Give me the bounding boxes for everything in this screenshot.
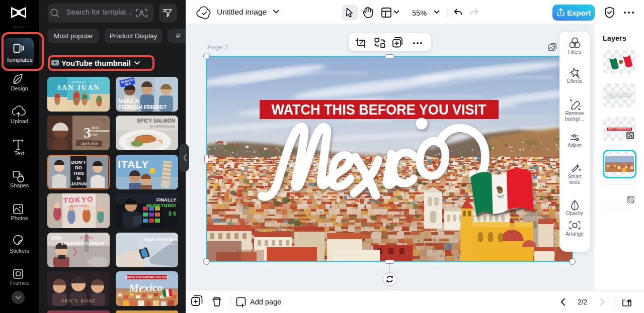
svg-text:DON'T: DON'T [71, 159, 86, 165]
svg-text:ITALY: ITALY [118, 158, 149, 170]
svg-text:WATCH THIS BEFORE YOU VISIT: WATCH THIS BEFORE YOU VISIT [125, 276, 169, 279]
svg-text:SPEAKING KOREAN: SPEAKING KOREAN [61, 241, 104, 246]
svg-text:(in seoul): (in seoul) [80, 236, 94, 240]
svg-text:MAKE A: MAKE A [118, 98, 139, 104]
svg-text:SPICY ROSE: SPICY ROSE [61, 298, 96, 303]
svg-text:(& ASPARAGUS): (& ASPARAGUS) [150, 125, 175, 129]
svg-text:Apple Watch Band: Apple Watch Band [144, 237, 178, 242]
svg-text:SPICY SALMON: SPICY SALMON [137, 118, 175, 124]
svg-text:55%: 55% [412, 9, 427, 17]
svg-text:FOR: FOR [92, 133, 98, 136]
svg-text:trip with friends: trip with friends [70, 204, 87, 207]
svg-text:FINALLY: FINALLY [156, 197, 177, 202]
svg-text:DO: DO [75, 165, 82, 170]
svg-text:24hr: 24hr [51, 235, 62, 241]
svg-text:$ $: $ $ [169, 211, 176, 217]
svg-text:Export: Export [567, 9, 591, 17]
svg-text:in: in [76, 176, 80, 181]
svg-text:MONETIZED!: MONETIZED! [146, 202, 176, 208]
svg-text:BEST: BEST [92, 126, 100, 129]
svg-text:3: 3 [84, 124, 91, 141]
svg-text:FOREIGN FRIEND?: FOREIGN FRIEND? [118, 104, 167, 110]
svg-text:TOKYO: TOKYO [63, 194, 94, 204]
svg-text:Mexico: Mexico [128, 281, 163, 294]
svg-text:dark skin: dark skin [81, 141, 98, 146]
svg-text:THIS: THIS [73, 170, 84, 176]
svg-text:SAN JUAN: SAN JUAN [57, 84, 100, 91]
svg-text:FOUNDATIONS: FOUNDATIONS [91, 130, 110, 133]
svg-text:JAPAN: JAPAN [70, 181, 87, 186]
svg-text:TRAVEL TO: TRAVEL TO [72, 81, 86, 83]
svg-text:collection: collection [162, 243, 175, 246]
